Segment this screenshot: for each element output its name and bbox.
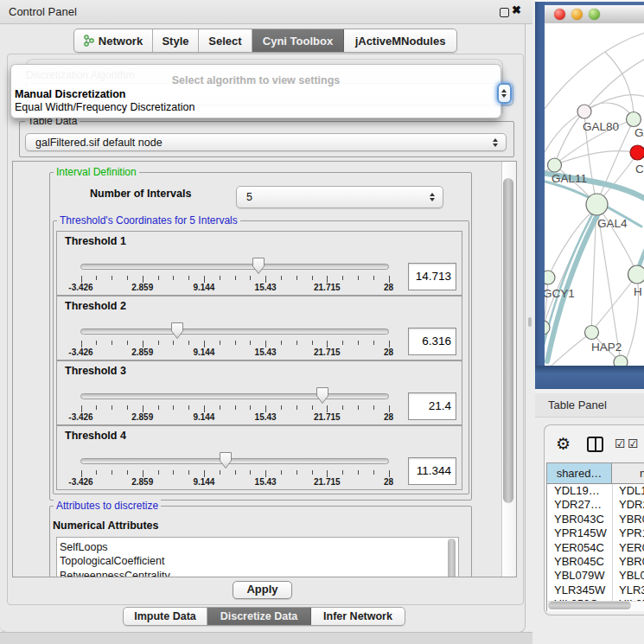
table-row[interactable]: YPR145WYPR145W: [547, 526, 644, 540]
zoom-traffic-light[interactable]: [589, 9, 600, 20]
slider-minor-tick: [188, 341, 189, 345]
checkbox-icon[interactable]: ☑: [615, 437, 626, 450]
gear-icon[interactable]: ⚙: [556, 434, 571, 454]
algorithm-combobox-focus-ring[interactable]: [497, 83, 512, 104]
column-header-1[interactable]: shared…: [547, 463, 612, 484]
network-edge[interactable]: [584, 95, 644, 112]
slider-minor-tick: [342, 341, 343, 345]
table-row[interactable]: YBR043CYBR043C: [547, 513, 644, 526]
tab-jactivemnodules[interactable]: jActiveMNodules: [344, 29, 456, 52]
numerical-attributes-list[interactable]: SelfLoopsTopologicalCoefficientBetweenne…: [56, 537, 459, 577]
network-edge[interactable]: [554, 151, 637, 165]
tab-network[interactable]: Network: [74, 29, 153, 52]
slider-thumb[interactable]: [252, 257, 265, 275]
table-cell: YBR045C: [612, 555, 644, 569]
cyni-mode-tabs: Impute DataDiscretize DataInfer Network: [123, 607, 405, 626]
slider-minor-tick: [342, 276, 343, 280]
slider-track[interactable]: [80, 264, 389, 270]
threshold-value-field[interactable]: 6.316: [408, 328, 456, 355]
close-icon[interactable]: ✖: [512, 3, 521, 16]
table-row[interactable]: YDR27…YDR27…: [547, 498, 644, 512]
slider-tick-label: 2.859: [115, 283, 170, 292]
slider-minor-tick: [373, 470, 374, 475]
popup-item-manual-discretization[interactable]: Manual Discretization: [15, 88, 126, 100]
slider-major-tick: [143, 405, 143, 412]
slider-thumb[interactable]: [170, 322, 184, 340]
slider-minor-tick: [296, 405, 297, 410]
attribute-list-item[interactable]: TopologicalCoefficient: [57, 554, 458, 568]
attribute-list-item[interactable]: SelfLoops: [57, 540, 458, 554]
checkbox-icon[interactable]: ☑: [628, 437, 639, 450]
network-edge[interactable]: [584, 57, 644, 112]
minimize-traffic-light[interactable]: [571, 9, 583, 20]
network-node-c[interactable]: [630, 145, 644, 160]
tab-impute-data[interactable]: Impute Data: [124, 608, 207, 625]
network-edge[interactable]: [545, 31, 644, 121]
column-header-2[interactable]: n…: [612, 463, 644, 484]
slider-thumb[interactable]: [316, 386, 329, 405]
settings-scrollbar-thumb[interactable]: [503, 178, 513, 503]
apply-button[interactable]: Apply: [233, 581, 292, 599]
network-view[interactable]: GAL80GACGAL11GAL4GCY1HHAP2: [545, 23, 644, 366]
network-edge[interactable]: [596, 204, 637, 274]
threshold-value-field[interactable]: 11.344: [408, 457, 456, 485]
network-node-label: GAL11: [552, 172, 587, 185]
tab-infer-network[interactable]: Infer Network: [311, 608, 405, 625]
slider-minor-tick: [96, 405, 97, 410]
threshold-label: Threshold 2: [65, 300, 126, 312]
table-cell: YLR345W: [612, 583, 644, 597]
slider-minor-tick: [112, 470, 112, 475]
slider-track[interactable]: [80, 458, 389, 464]
tab-discretize-data[interactable]: Discretize Data: [207, 608, 311, 625]
network-edge[interactable]: [591, 275, 637, 332]
network-node-h[interactable]: [628, 265, 644, 284]
attributes-list-scrollbar[interactable]: [448, 539, 456, 577]
network-node-label: GCY1: [545, 287, 575, 300]
slider-major-tick: [81, 470, 82, 477]
network-node-gal4[interactable]: [586, 194, 608, 215]
close-traffic-light[interactable]: [554, 9, 565, 20]
table-cell: YLR345W: [547, 583, 612, 597]
threshold-value-field[interactable]: 21.4: [408, 392, 456, 420]
slider-thumb[interactable]: [219, 451, 233, 469]
network-node-hap2[interactable]: [585, 326, 599, 340]
table-row[interactable]: YBR045CYBR045C: [547, 555, 644, 569]
table-row[interactable]: YDL19…YDL19…: [547, 484, 644, 498]
number-of-intervals-combobox[interactable]: 5: [236, 186, 443, 208]
table-hscrollbar-thumb[interactable]: [548, 602, 631, 609]
table-row[interactable]: YER054CYER054C: [547, 541, 644, 555]
slider-minor-tick: [342, 405, 343, 410]
network-node[interactable]: [614, 355, 628, 366]
network-node-ga[interactable]: [627, 112, 641, 127]
slider-tick-label: 15.43: [238, 412, 293, 422]
slider-track[interactable]: [80, 393, 389, 399]
slider-minor-tick: [296, 276, 297, 280]
network-node-gcy1[interactable]: [545, 271, 555, 284]
slider-major-tick: [327, 341, 328, 348]
popup-item-equal-width-frequency[interactable]: Equal Width/Frequency Discretization: [15, 101, 194, 113]
popup-prompt-item[interactable]: Select algorithm to view settings: [11, 74, 501, 86]
slider-track[interactable]: [80, 328, 389, 335]
slider-minor-tick: [342, 470, 343, 475]
network-node-gal11[interactable]: [548, 158, 562, 172]
table-row[interactable]: YBL079WYBL079W: [547, 569, 644, 583]
tab-cyni-toolbox[interactable]: Cyni Toolbox: [252, 29, 344, 52]
table-row[interactable]: YLR345WYLR345W: [547, 583, 644, 597]
threshold-value-field[interactable]: 14.713: [408, 263, 456, 290]
network-node-gal80[interactable]: [577, 105, 591, 118]
attribute-list-item[interactable]: BetweennessCentrality: [57, 569, 458, 577]
slider-major-tick: [204, 405, 205, 412]
panel-splitter-handle[interactable]: [528, 317, 532, 327]
slider-tick-label: 21.715: [299, 283, 354, 292]
slider-minor-tick: [312, 276, 313, 280]
table-data-combobox[interactable]: galFiltered.sif default node: [25, 133, 507, 151]
slider-minor-tick: [158, 276, 159, 280]
tab-select[interactable]: Select: [199, 29, 252, 52]
slider-major-tick: [81, 276, 82, 283]
tab-style[interactable]: Style: [153, 29, 199, 52]
slider-minor-tick: [173, 405, 174, 410]
tab-label: Discretize Data: [220, 610, 298, 622]
thresholds-group-title: Threshold's Coordinates for 5 Intervals: [57, 214, 240, 226]
float-window-icon[interactable]: [500, 8, 509, 17]
network-window-titlebar[interactable]: [545, 5, 644, 24]
